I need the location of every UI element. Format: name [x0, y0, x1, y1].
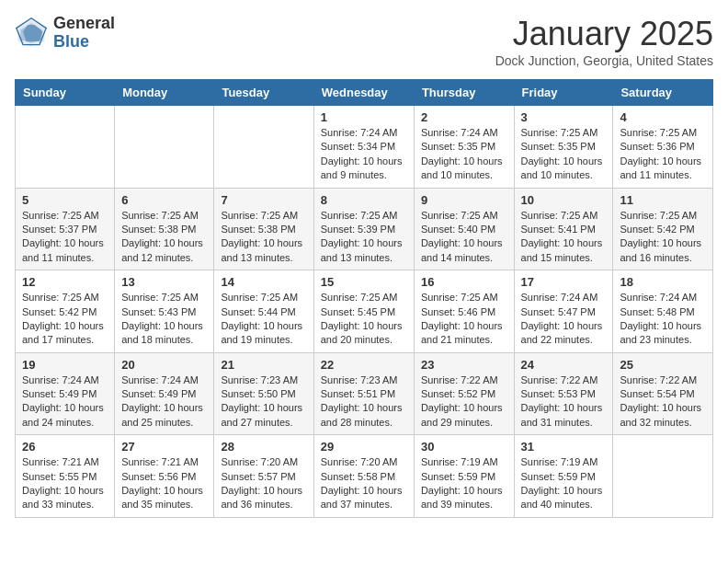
- calendar-cell: 10Sunrise: 7:25 AM Sunset: 5:41 PM Dayli…: [514, 188, 613, 270]
- day-number: 13: [121, 275, 207, 289]
- logo-text: General Blue: [53, 15, 115, 52]
- calendar-cell: 18Sunrise: 7:24 AM Sunset: 5:48 PM Dayli…: [613, 270, 713, 353]
- calendar-cell: 22Sunrise: 7:23 AM Sunset: 5:51 PM Dayli…: [313, 352, 414, 435]
- day-info: Sunrise: 7:25 AM Sunset: 5:44 PM Dayligh…: [221, 291, 306, 348]
- calendar-cell: 19Sunrise: 7:24 AM Sunset: 5:49 PM Dayli…: [16, 352, 115, 435]
- calendar-cell: 27Sunrise: 7:21 AM Sunset: 5:56 PM Dayli…: [115, 435, 214, 518]
- day-number: 4: [620, 110, 706, 124]
- day-info: Sunrise: 7:24 AM Sunset: 5:34 PM Dayligh…: [321, 126, 407, 183]
- day-number: 14: [221, 275, 306, 289]
- calendar-cell: 7Sunrise: 7:25 AM Sunset: 5:38 PM Daylig…: [214, 188, 313, 270]
- calendar-week-row: 1Sunrise: 7:24 AM Sunset: 5:34 PM Daylig…: [16, 106, 713, 189]
- day-number: 21: [221, 358, 306, 372]
- location-label: Dock Junction, Georgia, United States: [495, 53, 713, 68]
- day-header-thursday: Thursday: [414, 80, 514, 106]
- calendar-cell: 28Sunrise: 7:20 AM Sunset: 5:57 PM Dayli…: [214, 435, 313, 518]
- day-number: 8: [321, 193, 407, 207]
- calendar-cell: [16, 106, 115, 189]
- day-info: Sunrise: 7:25 AM Sunset: 5:38 PM Dayligh…: [221, 209, 306, 266]
- day-number: 28: [221, 440, 306, 454]
- day-info: Sunrise: 7:25 AM Sunset: 5:42 PM Dayligh…: [22, 291, 108, 348]
- day-number: 16: [421, 275, 507, 289]
- day-header-monday: Monday: [115, 80, 214, 106]
- day-info: Sunrise: 7:24 AM Sunset: 5:49 PM Dayligh…: [121, 373, 207, 431]
- calendar-cell: 5Sunrise: 7:25 AM Sunset: 5:37 PM Daylig…: [16, 188, 115, 270]
- day-number: 18: [620, 275, 706, 289]
- day-number: 24: [521, 358, 607, 372]
- calendar-cell: 24Sunrise: 7:22 AM Sunset: 5:53 PM Dayli…: [514, 352, 613, 435]
- calendar-cell: 31Sunrise: 7:19 AM Sunset: 5:59 PM Dayli…: [514, 435, 613, 518]
- calendar-cell: 13Sunrise: 7:25 AM Sunset: 5:43 PM Dayli…: [115, 270, 214, 353]
- day-info: Sunrise: 7:24 AM Sunset: 5:48 PM Dayligh…: [620, 291, 706, 348]
- day-number: 10: [521, 193, 607, 207]
- day-number: 1: [321, 110, 407, 124]
- day-number: 30: [421, 440, 507, 454]
- calendar-cell: 23Sunrise: 7:22 AM Sunset: 5:52 PM Dayli…: [414, 352, 514, 435]
- day-info: Sunrise: 7:25 AM Sunset: 5:45 PM Dayligh…: [321, 291, 407, 348]
- day-number: 12: [22, 275, 108, 289]
- day-number: 25: [620, 358, 706, 372]
- day-number: 3: [521, 110, 607, 124]
- day-header-wednesday: Wednesday: [313, 80, 414, 106]
- logo-blue-label: Blue: [53, 33, 115, 52]
- day-info: Sunrise: 7:25 AM Sunset: 5:43 PM Dayligh…: [121, 291, 207, 348]
- day-header-sunday: Sunday: [16, 80, 115, 106]
- day-info: Sunrise: 7:20 AM Sunset: 5:58 PM Dayligh…: [321, 455, 407, 512]
- day-header-friday: Friday: [514, 80, 613, 106]
- day-number: 2: [421, 110, 507, 124]
- calendar-cell: [613, 435, 713, 518]
- day-number: 5: [22, 193, 108, 207]
- calendar-cell: 8Sunrise: 7:25 AM Sunset: 5:39 PM Daylig…: [313, 188, 414, 270]
- day-number: 17: [521, 275, 607, 289]
- day-info: Sunrise: 7:25 AM Sunset: 5:39 PM Dayligh…: [321, 209, 407, 266]
- calendar-cell: 6Sunrise: 7:25 AM Sunset: 5:38 PM Daylig…: [115, 188, 214, 270]
- day-info: Sunrise: 7:25 AM Sunset: 5:40 PM Dayligh…: [421, 209, 507, 266]
- day-info: Sunrise: 7:22 AM Sunset: 5:53 PM Dayligh…: [521, 373, 607, 431]
- calendar-cell: 17Sunrise: 7:24 AM Sunset: 5:47 PM Dayli…: [514, 270, 613, 353]
- day-info: Sunrise: 7:25 AM Sunset: 5:38 PM Dayligh…: [121, 209, 207, 266]
- calendar-week-row: 19Sunrise: 7:24 AM Sunset: 5:49 PM Dayli…: [16, 352, 713, 435]
- day-number: 19: [22, 358, 108, 372]
- calendar-table: SundayMondayTuesdayWednesdayThursdayFrid…: [15, 79, 713, 518]
- day-info: Sunrise: 7:24 AM Sunset: 5:49 PM Dayligh…: [22, 373, 108, 431]
- day-info: Sunrise: 7:25 AM Sunset: 5:37 PM Dayligh…: [22, 209, 108, 266]
- calendar-cell: 21Sunrise: 7:23 AM Sunset: 5:50 PM Dayli…: [214, 352, 313, 435]
- day-info: Sunrise: 7:25 AM Sunset: 5:46 PM Dayligh…: [421, 291, 507, 348]
- calendar-cell: 9Sunrise: 7:25 AM Sunset: 5:40 PM Daylig…: [414, 188, 514, 270]
- calendar-cell: 26Sunrise: 7:21 AM Sunset: 5:55 PM Dayli…: [16, 435, 115, 518]
- calendar-cell: 25Sunrise: 7:22 AM Sunset: 5:54 PM Dayli…: [613, 352, 713, 435]
- calendar-week-row: 5Sunrise: 7:25 AM Sunset: 5:37 PM Daylig…: [16, 188, 713, 270]
- day-number: 7: [221, 193, 306, 207]
- day-number: 31: [521, 440, 607, 454]
- calendar-cell: 20Sunrise: 7:24 AM Sunset: 5:49 PM Dayli…: [115, 352, 214, 435]
- day-info: Sunrise: 7:21 AM Sunset: 5:55 PM Dayligh…: [22, 455, 108, 512]
- day-info: Sunrise: 7:22 AM Sunset: 5:54 PM Dayligh…: [620, 373, 706, 431]
- day-number: 27: [121, 440, 207, 454]
- day-number: 15: [321, 275, 407, 289]
- day-number: 22: [321, 358, 407, 372]
- day-info: Sunrise: 7:21 AM Sunset: 5:56 PM Dayligh…: [121, 455, 207, 512]
- day-info: Sunrise: 7:20 AM Sunset: 5:57 PM Dayligh…: [221, 455, 306, 512]
- calendar-cell: 15Sunrise: 7:25 AM Sunset: 5:45 PM Dayli…: [313, 270, 414, 353]
- day-info: Sunrise: 7:23 AM Sunset: 5:51 PM Dayligh…: [321, 373, 407, 431]
- day-info: Sunrise: 7:24 AM Sunset: 5:35 PM Dayligh…: [421, 126, 507, 183]
- day-number: 20: [121, 358, 207, 372]
- day-number: 9: [421, 193, 507, 207]
- page-header: General Blue January 2025 Dock Junction,…: [15, 15, 713, 68]
- day-info: Sunrise: 7:25 AM Sunset: 5:35 PM Dayligh…: [521, 126, 607, 183]
- day-number: 26: [22, 440, 108, 454]
- day-info: Sunrise: 7:23 AM Sunset: 5:50 PM Dayligh…: [221, 373, 306, 431]
- logo-icon: [15, 17, 48, 50]
- day-info: Sunrise: 7:19 AM Sunset: 5:59 PM Dayligh…: [421, 455, 507, 512]
- month-title: January 2025: [495, 15, 713, 53]
- calendar-cell: 30Sunrise: 7:19 AM Sunset: 5:59 PM Dayli…: [414, 435, 514, 518]
- day-header-saturday: Saturday: [613, 80, 713, 106]
- calendar-cell: 29Sunrise: 7:20 AM Sunset: 5:58 PM Dayli…: [313, 435, 414, 518]
- day-number: 23: [421, 358, 507, 372]
- calendar-cell: 4Sunrise: 7:25 AM Sunset: 5:36 PM Daylig…: [613, 106, 713, 189]
- calendar-header-row: SundayMondayTuesdayWednesdayThursdayFrid…: [16, 80, 713, 106]
- calendar-cell: 3Sunrise: 7:25 AM Sunset: 5:35 PM Daylig…: [514, 106, 613, 189]
- calendar-cell: 12Sunrise: 7:25 AM Sunset: 5:42 PM Dayli…: [16, 270, 115, 353]
- day-number: 29: [321, 440, 407, 454]
- day-info: Sunrise: 7:25 AM Sunset: 5:36 PM Dayligh…: [620, 126, 706, 183]
